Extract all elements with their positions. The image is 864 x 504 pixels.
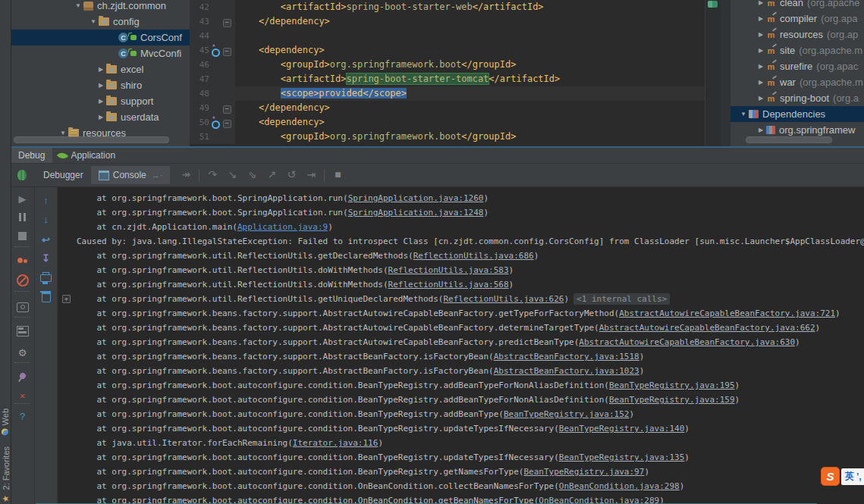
- step-out-icon[interactable]: ↗: [262, 168, 281, 180]
- settings-button[interactable]: ⚙: [11, 347, 34, 359]
- stacktrace-link[interactable]: SpringApplication.java:1260: [348, 193, 484, 203]
- editor-scrollbar[interactable]: [705, 0, 721, 146]
- project-tree-item-config[interactable]: ▼config: [11, 14, 190, 30]
- pin-button[interactable]: [11, 370, 34, 382]
- tab-debugger[interactable]: Debugger: [36, 166, 91, 184]
- project-tree-item-userdata[interactable]: ▶userdata: [11, 109, 190, 125]
- maven-hscrollbar[interactable]: [746, 136, 832, 143]
- stacktrace-link[interactable]: BeanTypeRegistry.java:195: [609, 380, 735, 390]
- stacktrace-link[interactable]: AbstractBeanFactory.java:1518: [494, 352, 639, 362]
- run-to-cursor-icon[interactable]: ⇥: [301, 168, 321, 180]
- chevron-down-icon[interactable]: ▼: [58, 130, 68, 136]
- stacktrace-link[interactable]: ReflectionUtils.java:686: [413, 251, 534, 261]
- editor[interactable]: 42 <artifactId>spring-boot-starter-web</…: [190, 0, 721, 146]
- stacktrace-link[interactable]: Application.java:9: [237, 222, 328, 232]
- scroll-to-end-button[interactable]: ↧: [35, 252, 57, 265]
- maven-item-spring-boot[interactable]: ▶mspring-boot(org.a: [730, 90, 864, 106]
- chevron-down-icon[interactable]: ▼: [73, 2, 83, 9]
- force-step-into-icon[interactable]: ⇘: [242, 168, 262, 180]
- step-into-icon[interactable]: ↘: [222, 168, 242, 180]
- clear-all-button[interactable]: [35, 290, 57, 302]
- editor-maven-splitter[interactable]: [721, 0, 730, 146]
- ime-status-bar[interactable]: 英 ’,: [841, 468, 864, 485]
- maven-item-war[interactable]: ▶mwar(org.apache.m: [730, 74, 864, 90]
- drop-frame-icon[interactable]: ↺: [281, 168, 301, 180]
- mute-breakpoints-button[interactable]: [11, 274, 34, 286]
- close-button[interactable]: ×: [11, 390, 34, 402]
- chevron-right-icon[interactable]: ▶: [756, 15, 766, 22]
- fold-icon[interactable]: −: [223, 19, 231, 27]
- tab-console[interactable]: Console →·: [91, 166, 171, 184]
- stacktrace-link[interactable]: BeanTypeRegistry.java:97: [523, 467, 644, 477]
- maven-item-clean[interactable]: ▶mclean(org.apache: [730, 0, 864, 11]
- view-breakpoints-button[interactable]: [11, 254, 34, 266]
- step-over-icon[interactable]: ↷: [203, 168, 222, 180]
- evaluate-stop-icon[interactable]: ■: [328, 168, 347, 180]
- maven-item-compiler[interactable]: ▶mcompiler(org.apa: [730, 11, 864, 27]
- chevron-right-icon[interactable]: ▶: [96, 98, 106, 105]
- chevron-right-icon[interactable]: ▶: [756, 95, 766, 102]
- chevron-right-icon[interactable]: ▶: [756, 47, 766, 54]
- maven-item-surefire[interactable]: ▶msurefire(org.apac: [730, 58, 864, 74]
- stacktrace-link[interactable]: ReflectionUtils.java:568: [388, 280, 509, 290]
- stacktrace-link[interactable]: BeanTypeRegistry.java:135: [559, 452, 685, 462]
- navigate-gutter-icon[interactable]: [212, 115, 219, 130]
- stripe-button-2-favorites[interactable]: ★2: Favorites: [1, 446, 11, 502]
- fold-icon[interactable]: −: [223, 120, 231, 128]
- fold-icon[interactable]: −: [223, 105, 231, 114]
- stacktrace-link[interactable]: AbstractBeanFactory.java:1023: [494, 366, 639, 376]
- stacktrace-link[interactable]: BeanTypeRegistry.java:140: [559, 424, 685, 434]
- stacktrace-link[interactable]: OnBeanCondition.java:298: [559, 481, 680, 491]
- stacktrace-link[interactable]: SpringApplication.java:1248: [348, 208, 484, 218]
- debug-window-tab[interactable]: Debug: [11, 148, 52, 163]
- stop-button[interactable]: [11, 231, 34, 243]
- maven-item-resources[interactable]: ▶mresources(org.ap: [730, 27, 864, 42]
- console-output[interactable]: at org.springframework.boot.SpringApplic…: [58, 187, 864, 504]
- expand-fold-icon[interactable]: +: [62, 295, 71, 303]
- fold-icon[interactable]: −: [223, 48, 231, 56]
- project-tree-item-mvcconfi[interactable]: CMvcConfi: [11, 45, 190, 61]
- maven-item-org-springframew[interactable]: ▶org.springframew: [730, 122, 864, 138]
- maven-item-site[interactable]: ▶msite(org.apache.m: [730, 42, 864, 58]
- project-tree-item-excel[interactable]: ▶excel: [11, 61, 190, 77]
- print-button[interactable]: [35, 271, 57, 283]
- chevron-right-icon[interactable]: ▶: [96, 66, 106, 73]
- maven-item-dependencies[interactable]: ▼Dependencies: [730, 106, 864, 122]
- show-execution-point-icon[interactable]: ↠: [176, 168, 196, 180]
- chevron-right-icon[interactable]: ▶: [756, 127, 766, 133]
- chevron-right-icon[interactable]: ▶: [756, 31, 766, 38]
- stacktrace-link[interactable]: ReflectionUtils.java:626: [443, 294, 564, 304]
- project-tree-item-support[interactable]: ▶support: [11, 93, 190, 109]
- help-button[interactable]: ?: [11, 411, 34, 423]
- stacktrace-link[interactable]: ReflectionUtils.java:583: [388, 265, 509, 275]
- chevron-right-icon[interactable]: ▶: [96, 114, 106, 121]
- navigate-gutter-icon[interactable]: [212, 43, 219, 58]
- pin-tab-icon[interactable]: →·: [152, 171, 163, 180]
- folded-frames-chip[interactable]: <1 internal calls>: [573, 293, 670, 305]
- project-hscrollbar[interactable]: [14, 136, 169, 143]
- chevron-down-icon[interactable]: ▼: [738, 111, 749, 117]
- pause-button[interactable]: [11, 212, 34, 224]
- stacktrace-link[interactable]: AbstractAutowireCapableBeanFactory.java:…: [619, 308, 835, 318]
- project-tree-item-corsconf[interactable]: CCorsConf: [11, 30, 190, 45]
- stacktrace-link[interactable]: Iterator.java:116: [293, 438, 379, 448]
- down-the-stack-trace-button[interactable]: ↓: [35, 214, 57, 226]
- stacktrace-link[interactable]: BeanTypeRegistry.java:159: [609, 395, 735, 405]
- stripe-button-web[interactable]: Web: [1, 409, 10, 435]
- thread-dump-button[interactable]: [11, 301, 34, 313]
- up-the-stack-trace-button[interactable]: ↑: [35, 195, 57, 207]
- stacktrace-link[interactable]: AbstractAutowireCapableBeanFactory.java:…: [599, 323, 815, 333]
- project-tree-item-shiro[interactable]: ▶shiro: [11, 77, 190, 93]
- inspection-status-icon[interactable]: [708, 1, 718, 8]
- restore-layout-button[interactable]: [11, 325, 34, 337]
- stacktrace-link[interactable]: BeanTypeRegistry.java:152: [504, 409, 630, 419]
- chevron-down-icon[interactable]: ▼: [88, 18, 99, 25]
- chevron-right-icon[interactable]: ▶: [756, 79, 766, 86]
- stacktrace-link[interactable]: AbstractAutowireCapableBeanFactory.java:…: [579, 337, 795, 347]
- sogou-logo-icon[interactable]: S: [821, 467, 840, 486]
- chevron-right-icon[interactable]: ▶: [756, 0, 766, 6]
- chevron-right-icon[interactable]: ▶: [96, 82, 106, 89]
- project-tree-item-ch-zjdt-common[interactable]: ▼ch.zjdt.common: [11, 0, 190, 14]
- use-soft-wraps-button[interactable]: ↩: [35, 234, 57, 246]
- resume-button[interactable]: ▶: [11, 193, 34, 205]
